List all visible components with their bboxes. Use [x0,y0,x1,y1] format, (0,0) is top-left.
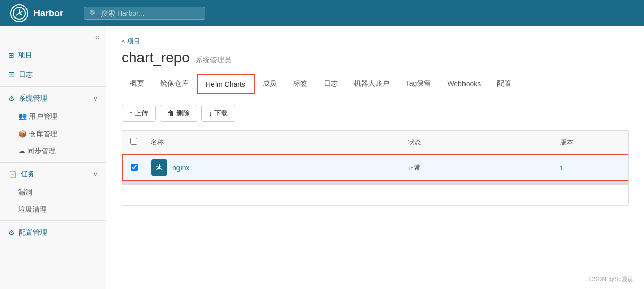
chevron-down-icon-tasks: ∨ [93,171,98,178]
divider-3 [0,220,106,221]
sidebar-label-system-admin: 系统管理 [19,94,47,103]
sidebar-item-storage-management[interactable]: 📦 仓库管理 [0,125,106,143]
main-content: < 项目 chart_repo 系统管理员 概要 镜像仓库 Helm Chart… [106,26,644,289]
chart-table: 名称 状态 版本 HELM [122,130,629,206]
sidebar: « ⊞ 项目 ☰ 日志 ⚙ 系统管理 ∨ 👥 用户管理 📦 仓库管理 ☁ 同步管… [0,26,106,289]
sidebar-label-tasks: 任务 [21,170,35,179]
gear-icon: ⚙ [8,94,15,103]
tab-tags[interactable]: 标签 [285,74,315,94]
tabs-bar: 概要 镜像仓库 Helm Charts 成员 标签 日志 机器人账户 Tag保留… [122,74,629,94]
search-icon: 🔍 [89,9,98,17]
tab-overview[interactable]: 概要 [122,74,152,94]
search-input[interactable] [101,9,200,17]
row-version-cell: 1 [552,160,628,176]
config-icon: ⚙ [8,229,15,237]
log-icon: ☰ [8,71,15,79]
download-button[interactable]: ↓ 下载 [201,105,235,122]
sidebar-item-garbage-cleanup[interactable]: 垃圾清理 [0,201,106,218]
task-icon: 📋 [8,170,17,178]
sync-icon: ☁ [18,147,27,155]
col-checkbox [122,136,142,149]
table-header: 名称 状态 版本 [122,131,628,154]
version-link[interactable]: 1 [560,164,563,172]
users-icon: 👥 [18,112,29,120]
sidebar-item-logs[interactable]: ☰ 日志 [0,65,106,84]
sidebar-item-user-management[interactable]: 👥 用户管理 [0,108,106,125]
sidebar-item-system-admin[interactable]: ⚙ 系统管理 ∨ [0,89,106,108]
app-title: Harbor [33,8,63,19]
tab-logs[interactable]: 日志 [315,74,346,94]
chart-name-link[interactable]: nginx [172,164,189,172]
header: Harbor 🔍 [0,0,644,26]
toolbar: ↑ 上传 🗑 删除 ↓ 下载 [122,105,629,122]
upload-button[interactable]: ↑ 上传 [122,105,156,122]
delete-icon: 🗑 [167,109,174,117]
sidebar-item-sync-management[interactable]: ☁ 同步管理 [0,143,106,160]
search-bar[interactable]: 🔍 [84,7,205,20]
helm-logo-icon: HELM [151,159,167,176]
sidebar-label-config: 配置管理 [19,228,47,237]
row-name-cell: HELM nginx [143,155,400,180]
sidebar-label-projects: 项目 [18,51,32,60]
collapse-button[interactable]: « [0,30,106,46]
row-checkbox[interactable] [131,164,138,171]
delete-button[interactable]: 🗑 删除 [160,105,197,122]
col-version: 版本 [552,136,628,149]
tab-config[interactable]: 配置 [489,74,519,94]
main-layout: « ⊞ 项目 ☰ 日志 ⚙ 系统管理 ∨ 👥 用户管理 📦 仓库管理 ☁ 同步管… [0,26,644,289]
page-header: chart_repo 系统管理员 [122,50,629,66]
horizontal-scrollbar[interactable] [122,181,628,185]
tab-tag-retention[interactable]: Tag保留 [398,74,440,94]
tab-helm-charts[interactable]: Helm Charts [197,74,255,94]
empty-space [122,185,628,205]
logo: Harbor [10,4,63,22]
sidebar-item-tasks[interactable]: 📋 任务 ∨ [0,165,106,184]
grid-icon: ⊞ [8,51,14,59]
col-name: 名称 [142,136,400,149]
svg-text:HELM: HELM [156,166,161,168]
storage-icon: 📦 [18,130,29,138]
name-cell-content: HELM nginx [151,159,391,176]
download-icon: ↓ [209,109,212,117]
divider-2 [0,162,106,163]
col-status: 状态 [400,136,552,149]
sidebar-item-vulnerabilities[interactable]: 漏洞 [0,184,106,201]
tab-webhooks[interactable]: Webhooks [439,75,489,94]
chevron-down-icon: ∨ [93,95,98,102]
row-checkbox-cell[interactable] [123,159,143,176]
sidebar-item-projects[interactable]: ⊞ 项目 [0,46,106,65]
row-status-cell: 正常 [400,159,552,176]
tab-robot-accounts[interactable]: 机器人账户 [346,74,398,94]
breadcrumb[interactable]: < 项目 [122,37,629,46]
page-badge: 系统管理员 [196,56,231,65]
select-all-checkbox[interactable] [130,138,137,145]
page-title: chart_repo [122,50,190,66]
watermark: CSDN @Sq夏颜 [589,275,634,284]
sidebar-item-config-management[interactable]: ⚙ 配置管理 [0,223,106,242]
divider-1 [0,86,106,87]
tab-image-repo[interactable]: 镜像仓库 [152,74,197,94]
tab-members[interactable]: 成员 [255,74,285,94]
sidebar-label-logs: 日志 [19,70,33,79]
logo-icon [10,4,28,22]
table-row: HELM nginx 正常 1 [122,154,628,181]
upload-icon: ↑ [129,109,133,117]
